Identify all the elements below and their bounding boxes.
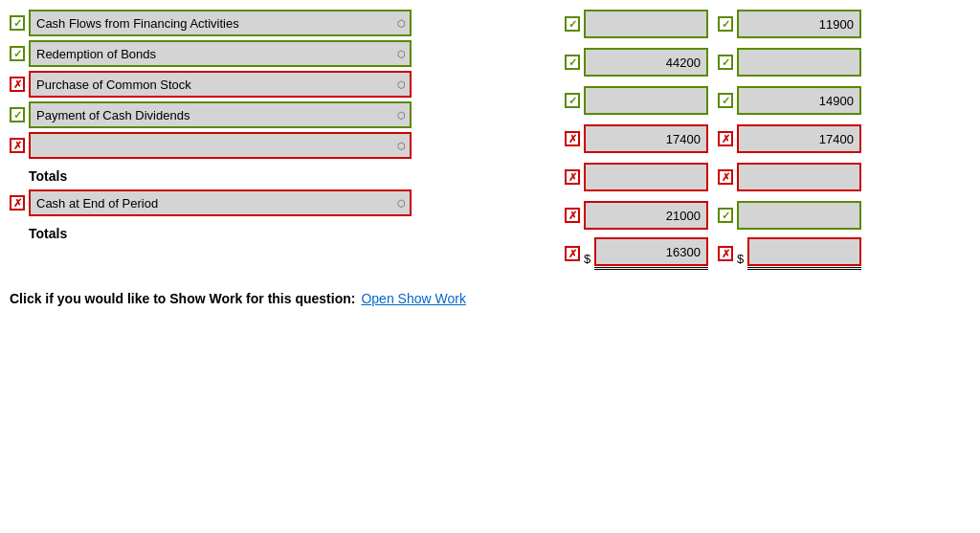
right-input-col1-row2[interactable]: 44200 [584, 48, 708, 77]
dollar-sign-col1: $ [584, 252, 590, 270]
right-input-col2-row1[interactable]: 11900 [737, 10, 861, 38]
right-cb-col2-row6[interactable] [718, 208, 733, 223]
dropdown-wrap-payment: Payment of Cash Dividends [29, 101, 412, 128]
right-col2-row3: 14900 [718, 86, 861, 115]
right-col2-final-row: $ [718, 239, 861, 268]
right-cb-col2-totals[interactable] [718, 169, 733, 185]
bottom-section: Click if you would like to Show Work for… [10, 291, 970, 306]
row-cash-flows-financing: Cash Flows from Financing Activities [10, 10, 412, 36]
right-col2-row1: 11900 [718, 10, 861, 38]
right-cb-col1-row2[interactable] [565, 55, 580, 70]
right-input-col1-row4[interactable]: 17400 [584, 124, 708, 153]
row-purchase-common-stock: Purchase of Common Stock [10, 71, 412, 98]
right-cb-col1-row3[interactable] [565, 93, 580, 108]
right-input-col1-row1[interactable] [584, 10, 708, 38]
checkbox-payment-cash-dividends[interactable] [10, 107, 25, 122]
dropdown-cash-flows-financing[interactable]: Cash Flows from Financing Activities [29, 10, 412, 36]
checkbox-cash-end-period[interactable] [10, 195, 25, 211]
row-redemption-bonds: Redemption of Bonds [10, 40, 412, 67]
dropdown-wrap-cash-flows: Cash Flows from Financing Activities [29, 10, 412, 36]
right-cb-col2-row3[interactable] [718, 93, 733, 108]
dollar-sign-col2: $ [737, 252, 744, 270]
right-col-2: 11900 14900 17400 [718, 10, 861, 272]
totals-label-1: Totals [10, 163, 412, 189]
right-col1-row1 [565, 10, 708, 38]
right-col1-row6: 21000 [565, 201, 708, 230]
right-cb-col1-row1[interactable] [565, 16, 580, 32]
right-cb-col2-final[interactable] [718, 246, 733, 261]
right-input-col2-row3[interactable]: 14900 [737, 86, 861, 115]
dropdown-purchase-common-stock[interactable]: Purchase of Common Stock [29, 71, 412, 98]
right-input-col2-row4[interactable]: 17400 [737, 124, 861, 153]
totals-label-2: Totals [10, 220, 412, 247]
right-input-col2-row6[interactable] [737, 201, 861, 230]
right-col-1: 44200 17400 21000 [565, 10, 708, 272]
right-col1-final-row: $ 16300 [565, 239, 708, 268]
right-col1-totals-row [565, 163, 708, 191]
right-cb-col2-row2[interactable] [718, 55, 733, 70]
right-cb-col1-final[interactable] [565, 246, 580, 261]
right-col2-row4: 17400 [718, 124, 861, 153]
right-cb-col1-totals[interactable] [565, 169, 580, 185]
show-work-prompt: Click if you would like to Show Work for… [10, 291, 355, 306]
row-payment-cash-dividends: Payment of Cash Dividends [10, 101, 412, 128]
dropdown-wrap-empty [29, 132, 412, 159]
right-input-col1-totals[interactable] [584, 163, 708, 191]
dropdown-empty[interactable] [29, 132, 412, 159]
right-input-col2-totals[interactable] [737, 163, 861, 191]
right-cb-col2-row4[interactable] [718, 131, 733, 146]
checkbox-empty-row[interactable] [10, 138, 25, 153]
dropdown-wrap-cash-end: Cash at End of Period [29, 189, 412, 216]
right-input-col1-row6[interactable]: 21000 [584, 201, 708, 230]
right-input-col2-final[interactable] [747, 237, 861, 266]
right-cb-col1-row6[interactable] [565, 208, 580, 223]
right-col2-row6 [718, 201, 861, 230]
open-show-work-link[interactable]: Open Show Work [361, 291, 465, 306]
right-cb-col2-row1[interactable] [718, 16, 733, 32]
dropdown-cash-end-period[interactable]: Cash at End of Period [29, 189, 412, 216]
right-col1-row2: 44200 [565, 48, 708, 77]
double-underline-col1 [594, 267, 708, 270]
checkbox-purchase-common-stock[interactable] [10, 77, 25, 92]
dropdown-wrap-purchase: Purchase of Common Stock [29, 71, 412, 98]
right-cb-col1-row4[interactable] [565, 131, 580, 146]
right-col2-totals-row [718, 163, 861, 191]
right-col2-row2 [718, 48, 861, 77]
dropdown-wrap-redemption: Redemption of Bonds [29, 40, 412, 67]
right-input-col1-row3[interactable] [584, 86, 708, 115]
right-input-col1-final[interactable]: 16300 [594, 237, 708, 266]
double-underline-col2 [747, 267, 861, 270]
dropdown-redemption-bonds[interactable]: Redemption of Bonds [29, 40, 412, 67]
row-empty [10, 132, 412, 159]
row-cash-end-period: Cash at End of Period [10, 189, 412, 216]
checkbox-redemption-bonds[interactable] [10, 46, 25, 61]
checkbox-cash-flows-financing[interactable] [10, 15, 25, 31]
dropdown-payment-cash-dividends[interactable]: Payment of Cash Dividends [29, 101, 412, 128]
right-input-col2-row2[interactable] [737, 48, 861, 77]
right-col1-row3 [565, 86, 708, 115]
right-col1-row4: 17400 [565, 124, 708, 153]
